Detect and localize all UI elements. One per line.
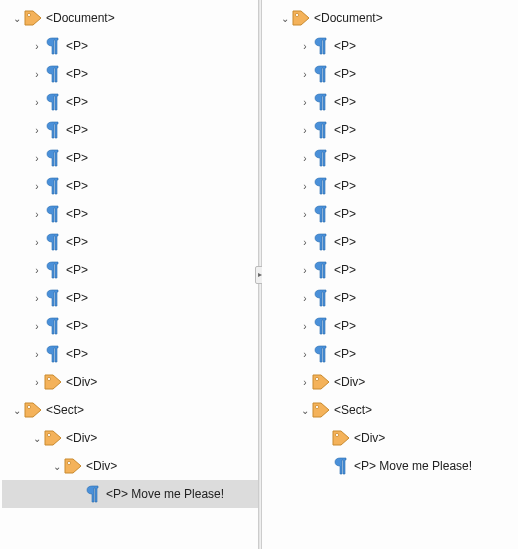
tree-left[interactable]: ⌄<Document>›<P>›<P>›<P>›<P>›<P>›<P>›<P>›… bbox=[0, 0, 258, 512]
tree-row[interactable]: ⌄<Sect> bbox=[2, 396, 258, 424]
tree-row[interactable]: ›<P> bbox=[264, 256, 518, 284]
chevron-right-icon[interactable]: › bbox=[30, 377, 44, 388]
pilcrow-icon bbox=[44, 92, 62, 112]
chevron-right-icon[interactable]: › bbox=[30, 153, 44, 164]
pilcrow-icon bbox=[312, 344, 330, 364]
svg-point-7 bbox=[315, 405, 318, 408]
tree-row[interactable]: <Div> bbox=[264, 424, 518, 452]
svg-point-1 bbox=[47, 377, 50, 380]
tree-row[interactable]: ›<P> bbox=[264, 60, 518, 88]
chevron-right-icon[interactable]: › bbox=[298, 377, 312, 388]
tree-row[interactable]: ›<P> bbox=[264, 116, 518, 144]
tree-row[interactable]: ›<P> bbox=[2, 60, 258, 88]
pilcrow-icon bbox=[44, 204, 62, 224]
chevron-right-icon[interactable]: › bbox=[30, 209, 44, 220]
tree-row[interactable]: ›<P> bbox=[2, 32, 258, 60]
chevron-right-icon[interactable]: › bbox=[298, 265, 312, 276]
tag-icon bbox=[24, 8, 42, 28]
chevron-right-icon[interactable]: › bbox=[298, 97, 312, 108]
tree-node-label: <P> bbox=[334, 123, 356, 137]
chevron-right-icon[interactable]: › bbox=[30, 349, 44, 360]
chevron-right-icon[interactable]: › bbox=[298, 293, 312, 304]
tree-node-label: <P> bbox=[66, 319, 88, 333]
tree-row[interactable]: ⌄<Document> bbox=[2, 4, 258, 32]
pilcrow-icon bbox=[312, 288, 330, 308]
chevron-right-icon[interactable]: › bbox=[30, 41, 44, 52]
tree-row[interactable]: <P> Move me Please! bbox=[2, 480, 258, 508]
chevron-down-icon[interactable]: ⌄ bbox=[278, 13, 292, 24]
chevron-down-icon[interactable]: ⌄ bbox=[298, 405, 312, 416]
pilcrow-icon bbox=[312, 92, 330, 112]
tree-node-label: <P> bbox=[334, 151, 356, 165]
tree-node-label: <Div> bbox=[66, 375, 97, 389]
tree-row[interactable]: ›<P> bbox=[2, 340, 258, 368]
chevron-right-icon[interactable]: › bbox=[30, 69, 44, 80]
chevron-right-icon[interactable]: › bbox=[30, 265, 44, 276]
tree-row[interactable]: ›<Div> bbox=[2, 368, 258, 396]
pilcrow-icon bbox=[312, 260, 330, 280]
pilcrow-icon bbox=[312, 36, 330, 56]
pilcrow-icon bbox=[44, 148, 62, 168]
tree-row[interactable]: ⌄<Div> bbox=[2, 424, 258, 452]
chevron-right-icon[interactable]: › bbox=[298, 321, 312, 332]
pilcrow-icon bbox=[84, 484, 102, 504]
tree-node-label: <P> Move me Please! bbox=[106, 487, 224, 501]
chevron-right-icon[interactable]: › bbox=[298, 41, 312, 52]
tree-row[interactable]: ⌄<Div> bbox=[2, 452, 258, 480]
tree-row[interactable]: ⌄<Document> bbox=[264, 4, 518, 32]
chevron-down-icon[interactable]: ⌄ bbox=[30, 433, 44, 444]
chevron-right-icon[interactable]: › bbox=[30, 293, 44, 304]
chevron-right-icon[interactable]: › bbox=[298, 125, 312, 136]
tree-node-label: <P> bbox=[334, 39, 356, 53]
tree-row[interactable]: ›<P> bbox=[2, 88, 258, 116]
chevron-right-icon[interactable]: › bbox=[30, 237, 44, 248]
tag-icon bbox=[44, 428, 62, 448]
pilcrow-icon bbox=[312, 316, 330, 336]
tag-icon bbox=[44, 372, 62, 392]
tree-row[interactable]: ›<P> bbox=[264, 312, 518, 340]
tree-row[interactable]: ›<P> bbox=[264, 88, 518, 116]
tree-row[interactable]: ›<P> bbox=[264, 340, 518, 368]
tree-node-label: <P> bbox=[66, 67, 88, 81]
chevron-right-icon[interactable]: › bbox=[298, 237, 312, 248]
chevron-right-icon[interactable]: › bbox=[298, 153, 312, 164]
tree-row[interactable]: ›<P> bbox=[2, 312, 258, 340]
svg-point-5 bbox=[295, 13, 298, 16]
chevron-down-icon[interactable]: ⌄ bbox=[50, 461, 64, 472]
chevron-right-icon[interactable]: › bbox=[298, 69, 312, 80]
tree-row[interactable]: ›<P> bbox=[2, 200, 258, 228]
chevron-right-icon[interactable]: › bbox=[30, 97, 44, 108]
tree-row[interactable]: ›<P> bbox=[264, 200, 518, 228]
tree-node-label: <P> bbox=[334, 319, 356, 333]
tree-row[interactable]: ›<P> bbox=[264, 284, 518, 312]
left-tree-panel: ⌄<Document>›<P>›<P>›<P>›<P>›<P>›<P>›<P>›… bbox=[0, 0, 258, 549]
tree-row[interactable]: ›<P> bbox=[264, 144, 518, 172]
tree-node-label: <P> bbox=[66, 151, 88, 165]
tree-node-label: <P> bbox=[66, 291, 88, 305]
svg-point-8 bbox=[335, 433, 338, 436]
chevron-right-icon[interactable]: › bbox=[298, 209, 312, 220]
pilcrow-icon bbox=[312, 176, 330, 196]
tree-row[interactable]: ⌄<Sect> bbox=[264, 396, 518, 424]
chevron-right-icon[interactable]: › bbox=[298, 181, 312, 192]
chevron-down-icon[interactable]: ⌄ bbox=[10, 13, 24, 24]
tree-row[interactable]: <P> Move me Please! bbox=[264, 452, 518, 480]
tree-row[interactable]: ›<P> bbox=[2, 172, 258, 200]
chevron-down-icon[interactable]: ⌄ bbox=[10, 405, 24, 416]
tree-row[interactable]: ›<P> bbox=[2, 228, 258, 256]
chevron-right-icon[interactable]: › bbox=[298, 349, 312, 360]
tree-row[interactable]: ›<P> bbox=[2, 116, 258, 144]
pilcrow-icon bbox=[44, 316, 62, 336]
tree-row[interactable]: ›<P> bbox=[2, 284, 258, 312]
tree-row[interactable]: ›<Div> bbox=[264, 368, 518, 396]
tree-row[interactable]: ›<P> bbox=[2, 256, 258, 284]
tree-right[interactable]: ⌄<Document>›<P>›<P>›<P>›<P>›<P>›<P>›<P>›… bbox=[262, 0, 518, 484]
tree-row[interactable]: ›<P> bbox=[264, 32, 518, 60]
tree-row[interactable]: ›<P> bbox=[264, 228, 518, 256]
tree-row[interactable]: ›<P> bbox=[264, 172, 518, 200]
chevron-right-icon[interactable]: › bbox=[30, 181, 44, 192]
tree-row[interactable]: ›<P> bbox=[2, 144, 258, 172]
pilcrow-icon bbox=[44, 64, 62, 84]
chevron-right-icon[interactable]: › bbox=[30, 125, 44, 136]
chevron-right-icon[interactable]: › bbox=[30, 321, 44, 332]
